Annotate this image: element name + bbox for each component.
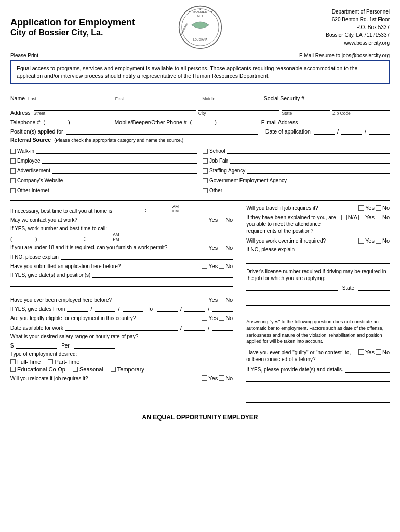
overtime-no-box[interactable] bbox=[376, 238, 381, 244]
other-input[interactable] bbox=[224, 186, 390, 193]
state-input[interactable] bbox=[282, 103, 330, 111]
submitted-yes-box[interactable] bbox=[202, 263, 207, 269]
last-label: Last bbox=[28, 96, 113, 101]
under-18-yes-box[interactable] bbox=[202, 245, 207, 250]
part-time-checkbox[interactable] bbox=[48, 359, 53, 364]
salary-input[interactable] bbox=[16, 341, 57, 349]
first-name-input[interactable] bbox=[115, 89, 201, 96]
per-input[interactable] bbox=[74, 341, 115, 349]
felony-yes-box[interactable] bbox=[358, 349, 364, 355]
felony-no-box[interactable] bbox=[376, 349, 381, 355]
tel-group: ( ) bbox=[43, 118, 112, 125]
tel-area[interactable] bbox=[46, 118, 67, 125]
school-input[interactable] bbox=[227, 147, 390, 154]
work-area[interactable] bbox=[14, 235, 34, 242]
from-month[interactable] bbox=[67, 304, 88, 312]
mobile-number[interactable] bbox=[218, 118, 259, 125]
date-avail-day[interactable] bbox=[184, 324, 205, 331]
ssn-part2[interactable] bbox=[338, 94, 359, 101]
legally-no-box[interactable] bbox=[219, 315, 224, 321]
from-day[interactable] bbox=[95, 304, 115, 312]
contact-work-yes-box[interactable] bbox=[202, 217, 207, 222]
drivers-license-input[interactable] bbox=[246, 284, 338, 291]
walkin-checkbox[interactable] bbox=[10, 149, 16, 154]
middle-name-input[interactable] bbox=[202, 89, 262, 96]
work-number[interactable] bbox=[38, 235, 79, 242]
mobile-area[interactable] bbox=[193, 118, 214, 125]
overtime-extra-line[interactable] bbox=[246, 257, 390, 264]
seasonal-checkbox[interactable] bbox=[73, 367, 78, 372]
last-name-input[interactable] bbox=[28, 89, 113, 96]
no-label2: No bbox=[225, 245, 233, 251]
overtime-yes-box[interactable] bbox=[358, 238, 364, 244]
date-available-input[interactable] bbox=[65, 324, 178, 331]
employee-input[interactable] bbox=[42, 156, 197, 164]
date-day[interactable] bbox=[341, 127, 362, 135]
other-checkbox[interactable] bbox=[203, 188, 208, 193]
best-time-minutes[interactable] bbox=[150, 207, 170, 214]
advertisement-checkbox[interactable] bbox=[10, 168, 16, 174]
date-month[interactable] bbox=[314, 127, 335, 135]
company-website-checkbox[interactable] bbox=[10, 178, 16, 183]
submitted-no-box[interactable] bbox=[219, 263, 224, 269]
staffing-input[interactable] bbox=[247, 166, 390, 174]
if-no-overtime-input[interactable] bbox=[297, 245, 390, 252]
if-yes-dates-input[interactable] bbox=[92, 271, 233, 278]
best-time-input[interactable] bbox=[115, 207, 141, 214]
if-yes-felony-input[interactable] bbox=[345, 365, 390, 373]
advertisement-input[interactable] bbox=[52, 166, 197, 174]
attendance-yes-box[interactable] bbox=[358, 215, 364, 220]
ssn-input[interactable] bbox=[308, 94, 328, 101]
legally-yes-box[interactable] bbox=[202, 315, 207, 321]
staffing-checkbox[interactable] bbox=[203, 168, 208, 174]
under-18-no-box[interactable] bbox=[219, 245, 224, 250]
travel-no-box[interactable] bbox=[376, 205, 381, 211]
other-internet-checkbox[interactable] bbox=[10, 188, 16, 193]
zip-input[interactable] bbox=[332, 103, 390, 111]
email-input[interactable] bbox=[301, 118, 390, 125]
position-input[interactable] bbox=[66, 127, 258, 135]
dl-extra-line[interactable] bbox=[246, 299, 390, 306]
best-time-label: If necessary, best time to call you at h… bbox=[10, 208, 112, 214]
travel-yes-box[interactable] bbox=[358, 205, 364, 211]
yes-label9: Yes bbox=[365, 237, 375, 244]
to-year[interactable] bbox=[212, 304, 233, 312]
felony-line4[interactable] bbox=[246, 395, 390, 403]
school-checkbox[interactable] bbox=[203, 149, 208, 154]
employed-yes-box[interactable] bbox=[202, 297, 207, 302]
city-input[interactable] bbox=[198, 103, 280, 111]
educational-checkbox[interactable] bbox=[10, 367, 16, 372]
company-website-input[interactable] bbox=[64, 176, 197, 183]
attendance-no-box[interactable] bbox=[376, 215, 381, 220]
to-month[interactable] bbox=[157, 304, 178, 312]
na-box[interactable] bbox=[341, 215, 347, 220]
felony-line2[interactable] bbox=[246, 375, 390, 382]
if-no-explain-input[interactable] bbox=[61, 252, 233, 260]
to-day[interactable] bbox=[184, 304, 205, 312]
temporary-checkbox[interactable] bbox=[111, 367, 116, 372]
tel-number[interactable] bbox=[71, 118, 113, 125]
referral-col-left: Walk-in Employee Advertisement Company's… bbox=[10, 147, 197, 196]
govt-input[interactable] bbox=[288, 176, 390, 183]
relocate-no-box[interactable] bbox=[219, 375, 224, 381]
job-fair-checkbox[interactable] bbox=[203, 158, 208, 164]
other-internet-input[interactable] bbox=[51, 186, 197, 193]
if-yes-dates-input2[interactable] bbox=[10, 280, 233, 287]
street-input[interactable] bbox=[34, 103, 196, 111]
walkin-input[interactable] bbox=[36, 147, 197, 154]
full-time-checkbox[interactable] bbox=[10, 359, 16, 364]
relocate-yes-box[interactable] bbox=[202, 375, 207, 381]
felony-line3[interactable] bbox=[246, 385, 390, 392]
ssn-part3[interactable] bbox=[369, 94, 390, 101]
from-year[interactable] bbox=[123, 304, 143, 312]
date-avail-year[interactable] bbox=[212, 324, 233, 331]
dl-state-input[interactable] bbox=[358, 284, 390, 291]
date-year[interactable] bbox=[369, 127, 390, 135]
contact-work-no-box[interactable] bbox=[219, 217, 224, 222]
work-time-minutes[interactable] bbox=[90, 235, 111, 242]
employed-no-box[interactable] bbox=[219, 297, 224, 302]
svg-text:LOUISIANA: LOUISIANA bbox=[193, 38, 207, 41]
employee-checkbox[interactable] bbox=[10, 158, 16, 164]
job-fair-input[interactable] bbox=[230, 156, 390, 164]
govt-checkbox[interactable] bbox=[203, 178, 208, 183]
